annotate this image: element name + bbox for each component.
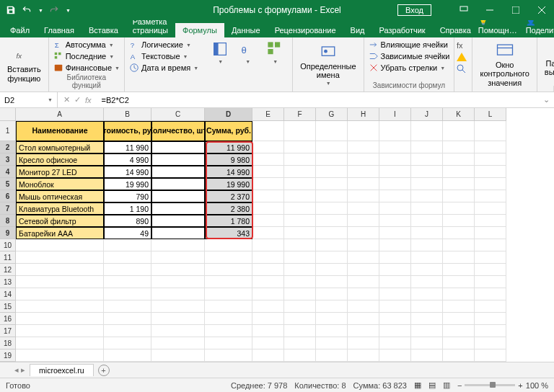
col-header[interactable]: D [205,108,252,121]
cell[interactable]: 9 980 [205,153,252,166]
zoom-in-icon[interactable]: + [518,381,522,390]
cancel-icon[interactable]: ✕ [63,95,70,104]
row-header[interactable]: 11 [0,251,16,264]
row-header[interactable]: 8 [0,215,16,227]
row-header[interactable]: 18 [0,337,16,349]
row-header[interactable]: 17 [0,325,16,337]
col-header[interactable]: K [443,108,475,121]
cell[interactable]: 11 990 [104,141,151,153]
row-header[interactable]: 5 [0,178,16,190]
tab-review[interactable]: Рецензирование [268,23,343,37]
cell[interactable]: Сетевой фильтр [16,215,104,227]
cell[interactable]: 14 990 [205,166,252,178]
row-header[interactable]: 4 [0,166,16,178]
cell[interactable]: 1 190 [104,202,151,215]
row-header[interactable]: 15 [0,300,16,313]
row-header[interactable]: 14 [0,288,16,300]
recent-button[interactable]: Последние▼ [53,50,120,62]
row-header[interactable]: 16 [0,313,16,325]
financial-button[interactable]: Финансовые▼ [53,62,120,74]
cell[interactable]: 19 990 [205,178,252,190]
cell[interactable]: 2 380 [205,202,252,215]
row-header[interactable]: 9 [0,227,16,239]
tab-formulas[interactable]: Формулы [175,23,224,37]
cell[interactable]: 890 [104,215,151,227]
expand-formula-icon[interactable]: ⌄ [539,95,554,104]
col-header[interactable]: E [252,108,284,121]
close-icon[interactable] [529,0,554,20]
zoom-control[interactable]: − + 100 % [457,381,548,390]
sheet-tab[interactable]: microexcel.ru [30,364,93,376]
tab-view[interactable]: Вид [343,23,372,37]
trace-precedents-button[interactable]: Влияющие ячейки [369,39,450,50]
cell[interactable]: 14 990 [104,166,151,178]
trace-dependents-button[interactable]: Зависимые ячейки [369,50,450,62]
more-button[interactable]: ▼ [262,39,288,66]
worksheet[interactable]: 1 2 3 4 5 6 7 8 9 10 11 12 13 14 15 16 1… [0,108,554,362]
cell[interactable]: 343 [205,227,252,239]
fx-icon[interactable]: fx [85,96,92,104]
cell[interactable] [151,202,205,215]
col-header[interactable]: F [284,108,316,121]
cell[interactable] [151,227,205,239]
cell[interactable]: Батарейки AAA [16,227,104,239]
text-button[interactable]: AТекстовые▼ [129,50,198,62]
cell[interactable]: 2 370 [205,190,252,202]
tab-insert[interactable]: Вставка [82,23,126,37]
cell[interactable] [151,153,205,166]
lookup-button[interactable]: ▼ [207,39,233,66]
col-header[interactable]: A [16,108,104,121]
cell[interactable]: 4 990 [104,153,151,166]
view-normal-icon[interactable]: ▦ [414,380,421,390]
math-button[interactable]: θ▼ [234,39,260,66]
watch-window-button[interactable]: Окно контрольного значения [477,40,532,88]
cell[interactable] [151,190,205,202]
login-button[interactable]: Вход [397,4,431,16]
add-sheet-button[interactable]: + [98,365,110,376]
tab-file[interactable]: Файл [3,23,37,37]
row-header[interactable]: 19 [0,349,16,362]
cell[interactable]: 1 780 [205,215,252,227]
row-header[interactable]: 12 [0,264,16,276]
redo-icon[interactable] [49,5,59,15]
minimize-icon[interactable] [478,0,502,20]
error-check-icon[interactable] [456,52,467,62]
formula-input[interactable]: =B2*C2 [97,96,539,104]
save-icon[interactable] [6,5,16,15]
cell[interactable]: 790 [104,190,151,202]
zoom-level[interactable]: 100 % [526,381,548,390]
row-header[interactable]: 2 [0,141,16,153]
zoom-slider[interactable] [465,384,515,386]
row-header[interactable]: 3 [0,153,16,166]
row-header[interactable]: 7 [0,202,16,215]
col-header[interactable]: I [379,108,411,121]
cell[interactable] [151,166,205,178]
view-break-icon[interactable]: ▥ [443,380,450,390]
zoom-out-icon[interactable]: − [457,381,462,390]
remove-arrows-button[interactable]: Убрать стрелки▼ [369,62,450,74]
col-header[interactable]: B [104,108,151,121]
enter-icon[interactable]: ✓ [74,95,81,104]
cell[interactable]: Стол компьютерный [16,141,104,153]
name-box[interactable]: D2▼ [0,92,58,107]
insert-function-button[interactable]: fx Вставить функцию [4,45,44,84]
cell[interactable] [151,141,205,153]
col-header[interactable]: H [348,108,379,121]
autosum-button[interactable]: ΣАвтосумма▼ [53,39,120,50]
tab-developer[interactable]: Разработчик [372,23,433,37]
cell[interactable]: Монитор 27 LED [16,166,104,178]
cell[interactable]: 11 990 [205,141,252,153]
defined-names-button[interactable]: Определенные имена▼ [297,42,359,88]
cell[interactable]: Количество, шт. [151,121,205,141]
col-header[interactable]: G [316,108,348,121]
evaluate-icon[interactable] [456,63,467,74]
maximize-icon[interactable] [504,0,528,20]
tab-help[interactable]: Справка [433,23,478,37]
row-header[interactable]: 1 [0,121,16,141]
undo-icon[interactable] [22,5,32,15]
cell[interactable]: 49 [104,227,151,239]
view-layout-icon[interactable]: ▤ [428,380,436,390]
cell[interactable]: Мышь оптическая [16,190,104,202]
calc-options-button[interactable]: Параметры вычислений▼ [542,39,554,85]
tab-home[interactable]: Главная [37,23,82,37]
